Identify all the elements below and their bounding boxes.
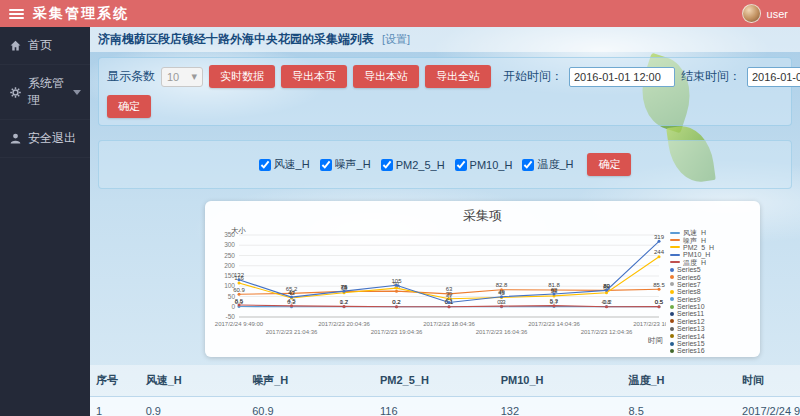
collection-items-chart: 350300250200150100500-502017/2/24 9:49:0… <box>211 225 666 351</box>
checkbox[interactable] <box>381 159 393 171</box>
legend-item: Series5 <box>670 266 750 273</box>
chevron-down-icon <box>73 90 81 95</box>
svg-text:60.9: 60.9 <box>233 287 245 293</box>
filter-confirm-button[interactable]: 确定 <box>587 153 631 176</box>
column-header: 时间 <box>736 365 800 397</box>
legend-item: Series14 <box>670 332 750 339</box>
svg-text:2017/2/23 12:04:36: 2017/2/23 12:04:36 <box>581 329 633 335</box>
filter-checkbox-label: 噪声_H <box>335 157 371 172</box>
start-time-label: 开始时间： <box>503 68 563 85</box>
legend-item: PM10_H <box>670 251 750 258</box>
sidebar-item-label: 系统管理 <box>28 75 67 109</box>
home-icon <box>9 39 22 52</box>
checkbox[interactable] <box>259 159 271 171</box>
filter-checkbox-3[interactable]: PM10_H <box>455 159 513 171</box>
table-cell: 60.9 <box>246 396 374 416</box>
export-page-button[interactable]: 导出本页 <box>281 65 347 88</box>
display-count-select[interactable]: 10 ▾ <box>161 67 203 87</box>
header-user-area: user <box>742 4 800 23</box>
sidebar-item-home[interactable]: 首页 <box>0 27 90 65</box>
column-header: PM2_5_H <box>374 365 495 397</box>
svg-text:2017/2/23 10:06:00: 2017/2/23 10:06:00 <box>633 321 666 327</box>
export-site-button[interactable]: 导出本站 <box>353 65 419 88</box>
svg-text:时间: 时间 <box>648 336 663 345</box>
select-value: 10 <box>167 71 179 83</box>
top-header: 采集管理系统 user <box>0 0 800 27</box>
export-all-button[interactable]: 导出全站 <box>425 65 491 88</box>
chart-title: 采集项 <box>211 207 754 225</box>
user-avatar[interactable] <box>742 4 761 23</box>
filter-checkbox-2[interactable]: PM2_5_H <box>381 159 445 171</box>
legend-item: Series15 <box>670 340 750 347</box>
chart-legend: 风速_H噪声_HPM2_5_HPM10_H温度_HSeries5Series6S… <box>666 225 750 355</box>
sidebar-item-logout[interactable]: 安全退出 <box>0 120 90 158</box>
table-cell: 1 <box>90 396 140 416</box>
svg-text:319: 319 <box>654 234 665 240</box>
data-table: 序号风速_H噪声_HPM2_5_HPM10_H温度_H时间 10.960.911… <box>90 365 800 416</box>
legend-item: PM2_5_H <box>670 244 750 251</box>
svg-text:250: 250 <box>224 252 235 259</box>
confirm-button[interactable]: 确定 <box>107 95 151 118</box>
table-cell: 2017/2/24 9:49:00 <box>736 396 800 416</box>
svg-text:2017/2/23 16:04:36: 2017/2/23 16:04:36 <box>476 329 528 335</box>
legend-item: 风速_H <box>670 229 750 236</box>
svg-text:49: 49 <box>498 289 505 295</box>
table-row[interactable]: 10.960.91161328.52017/2/24 9:49:00 <box>90 396 800 416</box>
realtime-data-button[interactable]: 实时数据 <box>209 65 275 88</box>
table-header-row: 序号风速_H噪声_HPM2_5_HPM10_H温度_H时间 <box>90 365 800 397</box>
controls-row: 显示条数 10 ▾ 实时数据导出本页导出本站导出全站 开始时间： 结束时间： <box>107 65 783 88</box>
svg-text:2017/2/23 20:04:36: 2017/2/23 20:04:36 <box>318 321 370 327</box>
username-label: user <box>767 8 788 20</box>
chart-body: 350300250200150100500-502017/2/24 9:49:0… <box>211 225 754 355</box>
legend-item: Series16 <box>670 347 750 354</box>
display-count-label: 显示条数 <box>107 68 155 85</box>
start-time-input[interactable] <box>569 67 675 87</box>
legend-item: Series11 <box>670 310 750 317</box>
svg-text:-0.2: -0.2 <box>601 299 612 305</box>
column-header: 序号 <box>90 365 140 397</box>
filter-checkbox-label: PM2_5_H <box>396 159 445 171</box>
chart-card: 采集项 350300250200150100500-502017/2/24 9:… <box>205 201 760 357</box>
svg-text:0.1: 0.1 <box>445 299 454 305</box>
svg-text:2017/2/23 18:04:36: 2017/2/23 18:04:36 <box>423 321 475 327</box>
main-content: 济南槐荫区段店镇经十路外海中央花园的采集端列表 [设置] 显示条数 10 ▾ 实… <box>90 27 800 416</box>
sidebar-item-system-management[interactable]: 系统管理 <box>0 65 90 120</box>
end-time-input[interactable] <box>747 67 800 87</box>
svg-text:132: 132 <box>234 272 245 278</box>
svg-text:80: 80 <box>603 283 610 289</box>
export-button-group: 实时数据导出本页导出本站导出全站 <box>209 65 491 88</box>
user-icon <box>9 132 22 145</box>
svg-text:200: 200 <box>224 262 235 269</box>
svg-text:62: 62 <box>551 287 558 293</box>
table-cell: 132 <box>495 396 623 416</box>
page-title: 济南槐荫区段店镇经十路外海中央花园的采集端列表 <box>98 31 374 48</box>
table-cell: 116 <box>374 396 495 416</box>
legend-item: Series10 <box>670 303 750 310</box>
settings-link[interactable]: [设置] <box>382 32 410 47</box>
sidebar-item-label: 安全退出 <box>28 130 76 147</box>
end-time-label: 结束时间： <box>681 68 741 85</box>
svg-text:85.5: 85.5 <box>653 282 665 288</box>
legend-item: Series8 <box>670 288 750 295</box>
legend-item: Series13 <box>670 325 750 332</box>
svg-text:244: 244 <box>654 249 665 255</box>
filter-checkbox-4[interactable]: 温度_H <box>522 157 573 172</box>
checkbox[interactable] <box>522 159 534 171</box>
checkbox[interactable] <box>455 159 467 171</box>
svg-text:82.8: 82.8 <box>496 282 508 288</box>
table-cell: 8.5 <box>622 396 736 416</box>
controls-panel: 显示条数 10 ▾ 实时数据导出本页导出本站导出全站 开始时间： 结束时间： 确… <box>98 57 792 126</box>
menu-toggle-icon[interactable] <box>9 7 24 21</box>
filter-checkbox-1[interactable]: 噪声_H <box>320 157 371 172</box>
svg-text:大小: 大小 <box>231 226 247 235</box>
svg-text:1.7: 1.7 <box>340 299 349 305</box>
page-title-bar: 济南槐荫区段店镇经十路外海中央花园的采集端列表 [设置] <box>90 27 800 52</box>
legend-item: Series6 <box>670 273 750 280</box>
svg-text:105: 105 <box>391 278 402 284</box>
filter-checkbox-0[interactable]: 风速_H <box>259 157 310 172</box>
filter-checkbox-list: 风速_H噪声_HPM2_5_HPM10_H温度_H <box>259 157 574 172</box>
svg-text:2017/2/24 9:49:00: 2017/2/24 9:49:00 <box>215 321 264 327</box>
filter-checkbox-label: 温度_H <box>537 157 573 172</box>
filter-checkbox-label: PM10_H <box>470 159 513 171</box>
checkbox[interactable] <box>320 159 332 171</box>
